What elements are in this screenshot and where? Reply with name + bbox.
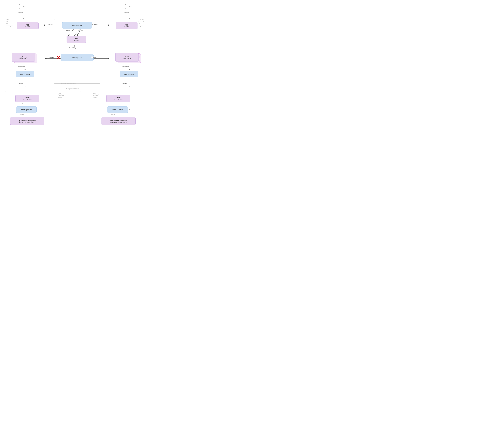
- chart-bundle-wc1-line2: bundle app: [23, 99, 31, 100]
- chart-operator-wc2: chart-operator: [107, 106, 128, 113]
- workload-wc2-line1: Workload Resources: [110, 119, 127, 121]
- workload-wc1-line1: Workload Resources: [19, 119, 36, 121]
- app-operator-left-label: app-operator: [20, 73, 30, 75]
- giantswarm-label: giantswarm namespace: [61, 82, 76, 84]
- chart-bundle-wc2: Chart bundle app: [106, 95, 130, 102]
- chart-operator-center-label: chart-operator: [72, 57, 82, 59]
- chart-bundle-wc1-line1: Chart: [25, 97, 30, 99]
- app-bundle-wc2-line1: App: [125, 24, 128, 26]
- user-box-left: User: [19, 4, 28, 9]
- workload-wc1-line2: deployment, service, ...: [19, 121, 36, 123]
- user-right-label: User: [128, 6, 132, 7]
- child-app-right-stack: App child app N: [115, 53, 144, 66]
- installs-wc1: installs: [19, 114, 24, 115]
- app-operator-right-label: app-operator: [124, 73, 134, 75]
- chart-operator-center: chart-operator: [61, 54, 93, 61]
- app-operator-left: app-operator: [16, 71, 34, 77]
- creates-label-right-top: creates: [124, 12, 129, 14]
- child-app-right-line2: child app N: [123, 57, 131, 59]
- reconciles-left-child: reconciles: [18, 66, 25, 67]
- app-bundle-wc1-line1: App: [26, 24, 29, 26]
- creates-bottom-left: creates: [18, 82, 23, 84]
- creates-left-label: creates: [49, 57, 54, 58]
- management-cluster-label: Management Cluster: [66, 88, 79, 90]
- x-mark: ✕: [57, 55, 60, 60]
- user-box-right: User: [125, 4, 134, 9]
- creates-center-right: creates: [78, 30, 84, 31]
- chart-bundle-wc2-line2: bundle app: [114, 99, 122, 100]
- installs-wc2: installs: [111, 114, 116, 115]
- chart-bundle-center-line1: Chart: [74, 37, 78, 39]
- reconciles-right-child: reconciles: [122, 66, 129, 67]
- giantswarm-border: [54, 19, 100, 84]
- app-bundle-wc1-line2: bundle: [25, 26, 30, 28]
- chart-bundle-center: Chart bundle: [67, 36, 86, 43]
- workload-wc2: Workload Resources deployment, service, …: [101, 117, 136, 125]
- chart-bundle-center-line2: bundle: [74, 39, 79, 41]
- user-left-label: User: [22, 6, 26, 7]
- wc1-cluster-label: WC1WorkloadCluster: [58, 92, 64, 98]
- reconciles-wc2: reconciles: [109, 103, 116, 105]
- creates-bottom-right: creates: [122, 82, 127, 84]
- creates-center-left: creates: [65, 30, 71, 31]
- wc2-cluster-label: WC2WorkloadCluster: [93, 92, 98, 98]
- creates-right-label: creates: [92, 57, 97, 58]
- workload-wc1: Workload Resources deployment, service, …: [10, 117, 44, 125]
- app-bundle-wc2: App bundle: [116, 22, 138, 29]
- app-bundle-wc1: App bundle: [17, 22, 39, 29]
- chart-operator-wc1-label: chart-operator: [21, 109, 32, 111]
- workload-wc2-line2: deployment, service, ...: [110, 121, 127, 123]
- reconciles-center-label: reconciles: [68, 46, 76, 48]
- chart-bundle-wc2-line1: Chart: [116, 97, 120, 99]
- app-bundle-wc2-line2: bundle: [124, 26, 129, 28]
- reconciles-wc1: reconciles: [18, 103, 25, 105]
- creates-label-left-top: creates: [18, 12, 23, 14]
- child-app-right-line1: App: [125, 55, 128, 57]
- reconciles-left-label: reconciles: [46, 23, 53, 25]
- chart-operator-wc1: chart-operator: [16, 106, 37, 113]
- wc1-namespace-label: WC1WorkloadClusternamespace: [6, 19, 13, 27]
- child-app-left-line1: App: [22, 55, 25, 57]
- chart-operator-wc2-label: chart-operator: [112, 109, 123, 111]
- child-app-left-line2: child app N: [20, 57, 27, 59]
- child-app-left-stack: App child app N: [12, 53, 40, 66]
- chart-bundle-wc1: Chart bundle app: [15, 95, 39, 102]
- app-operator-right: app-operator: [120, 71, 138, 77]
